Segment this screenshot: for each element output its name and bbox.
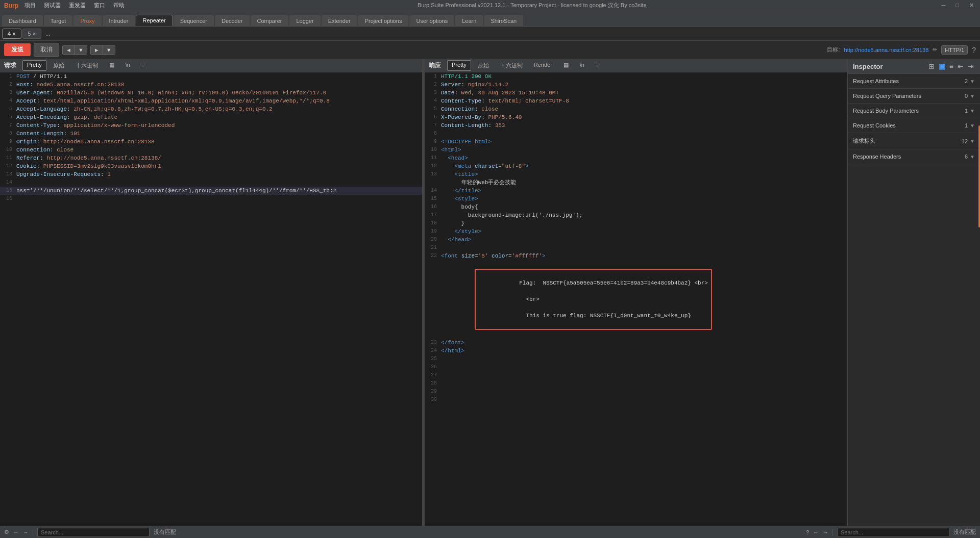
inspector-request-attributes-label: Request Attributes [853, 78, 899, 84]
response-code-area[interactable]: 1 HTTP/1.1 200 OK 2 Server: nginx/1.14.2… [425, 72, 847, 526]
http-version-badge[interactable]: HTTP/1 [941, 45, 968, 55]
status-help-icon[interactable]: ? [806, 529, 809, 535]
response-line-1: 1 HTTP/1.1 200 OK [425, 72, 847, 81]
menu-project[interactable]: 项目 [24, 2, 36, 9]
response-tab-grid[interactable]: ▦ [559, 60, 573, 71]
request-tab-pretty[interactable]: Pretty [22, 60, 46, 71]
status-back-button[interactable]: ← [13, 529, 19, 535]
main-tabs: Dashboard Target Proxy Intruder Repeater… [0, 11, 980, 27]
repeater-tab-5[interactable]: 5 × [22, 29, 42, 39]
response-tab-newline[interactable]: \n [575, 60, 589, 71]
tab-target[interactable]: Target [44, 15, 73, 26]
response-tab-pretty[interactable]: Pretty [447, 60, 471, 71]
repeater-tabs-row: 4 × 5 × ... [0, 27, 980, 41]
prev-drop-button[interactable]: ▼ [75, 45, 87, 55]
tab-intruder[interactable]: Intruder [103, 15, 135, 26]
inspector-shrink-icon[interactable]: ⇤ [957, 62, 965, 70]
inspector-grid-icon[interactable]: ⊞ [927, 62, 936, 70]
response-line-22: 22 <font size='5' color='#ffffff'> [425, 252, 847, 260]
response-line-17: 17 background-image:url('./nss.jpg'); [425, 211, 847, 219]
tab-repeater[interactable]: Repeater [136, 15, 172, 26]
tab-decoder[interactable]: Decoder [215, 15, 250, 26]
status-forward-button[interactable]: → [23, 529, 29, 535]
next-drop-button[interactable]: ▼ [103, 45, 115, 55]
close-button[interactable]: ✕ [967, 2, 976, 9]
request-tab-raw[interactable]: 原始 [48, 60, 69, 71]
request-tab-newline[interactable]: \n [121, 60, 135, 71]
repeater-tab-more[interactable]: ... [42, 30, 53, 38]
menu-window[interactable]: 窗口 [94, 2, 105, 9]
response-tab-menu[interactable]: ≡ [591, 60, 603, 71]
tab-dashboard[interactable]: Dashboard [2, 15, 43, 26]
inspector-expand-icon[interactable]: ⇥ [967, 62, 975, 70]
response-label: 响应 [429, 61, 441, 70]
tab-shiroscan[interactable]: ShiroScan [484, 15, 523, 26]
inspector-list-icon[interactable]: ≡ [948, 62, 954, 70]
inspector-request-attributes[interactable]: Request Attributes 2 ▼ [848, 74, 980, 89]
request-line-7: 7 Content-Type: application/x-www-form-u… [0, 121, 422, 130]
response-line-7: 7 Content-Length: 353 [425, 121, 847, 130]
inspector-header: Inspector ⊞ ▣ ≡ ⇤ ⇥ [848, 59, 980, 74]
tab-user-options[interactable]: User options [409, 15, 454, 26]
inspector-request-body[interactable]: Request Body Parameters 1 ▼ [848, 104, 980, 118]
tab-sequencer[interactable]: Sequencer [174, 15, 214, 26]
tab-extender[interactable]: Extender [322, 15, 357, 26]
request-line-4: 4 Accept: text/html,application/xhtml+xm… [0, 97, 422, 105]
help-icon[interactable]: ? [972, 46, 976, 54]
response-tab-render[interactable]: Render [529, 60, 557, 71]
inspector-request-cookies[interactable]: Request Cookies 1 ▼ [848, 118, 980, 133]
request-tab-hex[interactable]: 十六进制 [71, 60, 103, 71]
inspector-request-query-count: 0 ▼ [965, 93, 975, 99]
status-right-forward-button[interactable]: → [823, 529, 828, 535]
prev-button[interactable]: ◄ [63, 45, 75, 55]
menu-help[interactable]: 帮助 [113, 2, 125, 9]
status-right-back-button[interactable]: ← [813, 529, 819, 535]
send-button[interactable]: 发送 [4, 43, 31, 56]
cancel-button[interactable]: 取消 [34, 43, 59, 57]
menu-resender[interactable]: 重发器 [69, 2, 86, 9]
search-input-right[interactable] [837, 528, 949, 537]
repeater-tab-4[interactable]: 4 × [2, 29, 21, 39]
menu-tester[interactable]: 测试器 [44, 2, 61, 9]
inspector-request-headers[interactable]: 请求标头 12 ▼ [848, 133, 980, 149]
response-line-10: 10 <html> [425, 146, 847, 154]
content-area: 请求 Pretty 原始 十六进制 ▦ \n ≡ 1 POST / HTTP/1… [0, 59, 980, 526]
inspector-response-headers[interactable]: Response Headers 6 ▼ [848, 149, 980, 164]
title-bar: Burp 项目 测试器 重发器 窗口 帮助 Burp Suite Profess… [0, 0, 980, 11]
response-line-28: 28 [425, 379, 847, 388]
tab-learn[interactable]: Learn [455, 15, 483, 26]
tab-logger[interactable]: Logger [289, 15, 320, 26]
no-match-left: 没有匹配 [154, 528, 176, 536]
inspector-request-body-label: Request Body Parameters [853, 108, 919, 114]
status-bar-right: ? ← → 没有匹配 [806, 528, 976, 537]
inspector-request-query[interactable]: Request Query Parameters 0 ▼ [848, 89, 980, 104]
chevron-down-icon-6: ▼ [970, 154, 975, 160]
request-line-14: 14 [0, 178, 422, 187]
request-tab-menu[interactable]: ≡ [137, 60, 149, 71]
search-input-left[interactable] [37, 528, 150, 537]
request-line-8: 8 Content-Length: 101 [0, 130, 422, 138]
response-line-21: 21 [425, 244, 847, 252]
response-tab-raw[interactable]: 原始 [473, 60, 494, 71]
response-line-18: 18 } [425, 219, 847, 227]
title-bar-left: Burp 项目 测试器 重发器 窗口 帮助 [4, 2, 125, 9]
minimize-button[interactable]: ─ [940, 2, 948, 9]
edit-icon[interactable]: ✏ [933, 46, 937, 53]
response-tab-hex[interactable]: 十六进制 [496, 60, 527, 71]
tab-comparer[interactable]: Comparer [251, 15, 289, 26]
inspector-active-icon[interactable]: ▣ [938, 62, 946, 70]
target-url[interactable]: http://node5.anna.nssctf.cn:28138 [844, 47, 929, 53]
burp-logo: Burp [4, 2, 18, 9]
response-panel-header: 响应 Pretty 原始 十六进制 Render ▦ \n ≡ [425, 59, 847, 72]
request-panel: 请求 Pretty 原始 十六进制 ▦ \n ≡ 1 POST / HTTP/1… [0, 59, 423, 526]
maximize-button[interactable]: □ [953, 2, 961, 9]
response-line-13: 13 <title> [425, 170, 847, 178]
next-button[interactable]: ► [91, 45, 103, 55]
inspector-request-headers-label: 请求标头 [853, 137, 875, 145]
tab-project-options[interactable]: Project options [358, 15, 409, 26]
inspector-title: Inspector [853, 63, 883, 70]
request-code-area[interactable]: 1 POST / HTTP/1.1 2 Host: node5.anna.nss… [0, 72, 422, 526]
tab-proxy[interactable]: Proxy [74, 15, 101, 26]
settings-icon[interactable]: ⚙ [4, 529, 9, 535]
request-tab-grid[interactable]: ▦ [105, 60, 119, 71]
